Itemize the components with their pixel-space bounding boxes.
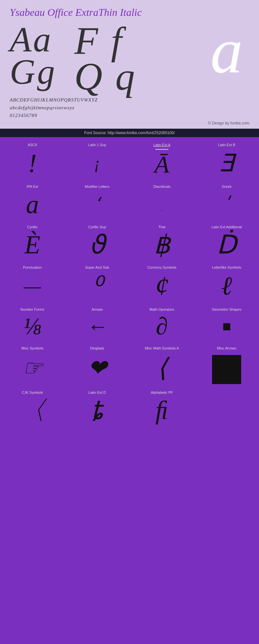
char-ascii: ! (28, 148, 37, 178)
char-row-2: G g (10, 54, 55, 90)
char-punctuation: — (24, 271, 41, 301)
label-currency: Currency Symbols (147, 265, 176, 269)
divider-latinexta (155, 149, 168, 150)
label-greek: Greek (222, 185, 231, 188)
label-cyrillic: Cyrillic (27, 225, 38, 229)
char-geoshapes: ■ (222, 313, 231, 340)
cell-dingbats: Dingbats ❤ (65, 344, 130, 388)
char-miscmatha: ⟨ (157, 352, 167, 384)
cell-geoshapes: Geometric Shapes ■ (194, 305, 259, 344)
label-geoshapes: Geometric Shapes (212, 307, 241, 311)
cell-empty (194, 388, 259, 428)
char-superandsub: ⁰ (92, 271, 102, 301)
digits-row: 0123456789 (10, 112, 249, 119)
char-q: q (115, 57, 135, 96)
preview-section: Ysabeau Office ExtraThin Italic A a G g … (0, 0, 259, 129)
cell-mathoperators: Math Operators ∂ (130, 305, 194, 344)
char-row-ff: F f (61, 22, 135, 60)
label-punctuation: Punctuation (23, 265, 42, 269)
char-g: g (37, 54, 55, 90)
char-latinextadd: Ḋ (217, 231, 237, 259)
cell-greek: Greek ʹ (194, 182, 259, 222)
label-letterlike: Letterlike Symbols (212, 265, 241, 269)
label-cyrillicsup: Cyrillic Sup (88, 225, 106, 229)
char-numberforms: ⅛ (23, 313, 41, 340)
cell-latinextd: Latin Ext D ȶ (65, 388, 130, 428)
label-ipaext: IPA Ext (27, 185, 38, 188)
char-Q: Q (74, 57, 102, 96)
grid-row-4: Punctuation — Super And Sub ⁰ Currency S… (0, 263, 259, 305)
cell-miscmatha: Misc Math Symbols A ⟨ (130, 344, 194, 388)
grid-row-1: ASCII ! Latin 1 Sup ¡ Latin Ext A Ā Lati… (0, 140, 259, 182)
cell-thai: Thai ฿ (130, 222, 194, 263)
copyright: © Design by fontke.com (10, 121, 249, 125)
char-mathoperators: ∂ (156, 313, 168, 340)
grid-row-3: Cyrillic È Cyrillic Sup ϑ Thai ฿ Latin E… (0, 222, 259, 263)
char-latinextd: ȶ (91, 396, 103, 424)
char-cyrillicsup: ϑ (89, 231, 105, 259)
char-modletters: ʻ (95, 190, 100, 219)
char-row-qq: Q q (61, 57, 135, 96)
char-cyrillic: È (25, 231, 40, 259)
char-cjksymbols: 〈 (19, 396, 45, 424)
cell-ascii: ASCII ! (0, 140, 65, 182)
label-modletters: Modifier Letters (85, 185, 109, 188)
char-latin1sup: ¡ (94, 148, 100, 178)
cell-currency: Currency Symbols ¢ (130, 263, 194, 305)
grid-row-6: Misc Symbols ☞ Dingbats ❤ Misc Math Symb… (0, 344, 259, 388)
cell-modletters: Modifier Letters ʻ (65, 182, 130, 222)
label-miscmatha: Misc Math Symbols A (145, 346, 179, 350)
char-pairs-middle: F f Q q (61, 22, 135, 96)
alphabet-display: ABCDEFGHIJKLMNOPQRSTUVWXYZ abcdefghijklm… (10, 96, 249, 119)
cell-miscarrows: Misc Arrows (194, 344, 259, 388)
cell-latin1sup: Latin 1 Sup ¡ (65, 140, 130, 182)
label-cjksymbols: CJK Symbols (22, 391, 43, 394)
char-G: G (10, 54, 35, 90)
cell-miscsymbols: Misc Symbols ☞ (0, 344, 65, 388)
cell-latinexta: Latin Ext A Ā (130, 140, 194, 182)
grid-row-7: CJK Symbols 〈 Latin Ext D ȶ Alphabetic P… (0, 388, 259, 428)
char-latinexta: Ā (154, 151, 169, 178)
large-chars-display: A a G g F f Q q a (10, 22, 249, 93)
label-alphabeticpf: Alphabetic PF (151, 391, 173, 394)
grid-row-5: Number Forms ⅛ Arrows ← Math Operators ∂… (0, 305, 259, 344)
char-miscarrows (212, 352, 241, 384)
lowercase-row: abcdefghijklmnopqrstuvwxyz (10, 104, 249, 112)
char-F: F (74, 22, 98, 60)
cell-arrows: Arrows ← (65, 305, 130, 344)
label-dingbats: Dingbats (90, 346, 104, 350)
black-block-large (212, 355, 241, 384)
label-latin1sup: Latin 1 Sup (88, 143, 106, 147)
label-numberforms: Number Forms (20, 307, 44, 311)
char-miscsymbols: ☞ (22, 352, 43, 384)
label-latinextb: Latin Ext B (218, 143, 235, 147)
label-superandsub: Super And Sub (85, 265, 109, 269)
char-alphabeticpf: ﬁ (155, 396, 168, 424)
label-latinextadd: Latin Ext Additional (211, 225, 242, 229)
char-dingbats: ❤ (88, 352, 107, 384)
label-latinextd: Latin Ext D (88, 391, 106, 394)
char-latinextb: Ǝ (219, 148, 234, 178)
cell-punctuation: Punctuation — (0, 263, 65, 305)
cell-cjksymbols: CJK Symbols 〈 (0, 388, 65, 428)
cell-diacriticals: Diacriticals · (130, 182, 194, 222)
cell-latinextadd: Latin Ext Additional Ḋ (194, 222, 259, 263)
cell-letterlike: Letterlike Symbols ℓ (194, 263, 259, 305)
char-diacriticals: · (161, 190, 163, 219)
char-letterlike: ℓ (221, 271, 232, 301)
cell-ipaext: IPA Ext a (0, 182, 65, 222)
cell-alphabeticpf: Alphabetic PF ﬁ (130, 388, 194, 428)
char-a-large: a (210, 15, 243, 86)
grid-row-2: IPA Ext a Modifier Letters ʻ Diacritical… (0, 182, 259, 222)
char-greek: ʹ (224, 190, 229, 219)
source-bar: Font Source: http://www.fontke.com/font/… (0, 129, 259, 137)
cell-superandsub: Super And Sub ⁰ (65, 263, 130, 305)
label-latinexta: Latin Ext A (153, 143, 171, 147)
char-pairs-left: A a G g (10, 22, 55, 90)
label-arrows: Arrows (92, 307, 103, 311)
label-ascii: ASCII (28, 143, 37, 147)
char-arrows: ← (87, 313, 108, 340)
grid-section: ASCII ! Latin 1 Sup ¡ Latin Ext A Ā Lati… (0, 137, 259, 432)
label-miscsymbols: Misc Symbols (21, 346, 43, 350)
cell-cyrillicsup: Cyrillic Sup ϑ (65, 222, 130, 263)
